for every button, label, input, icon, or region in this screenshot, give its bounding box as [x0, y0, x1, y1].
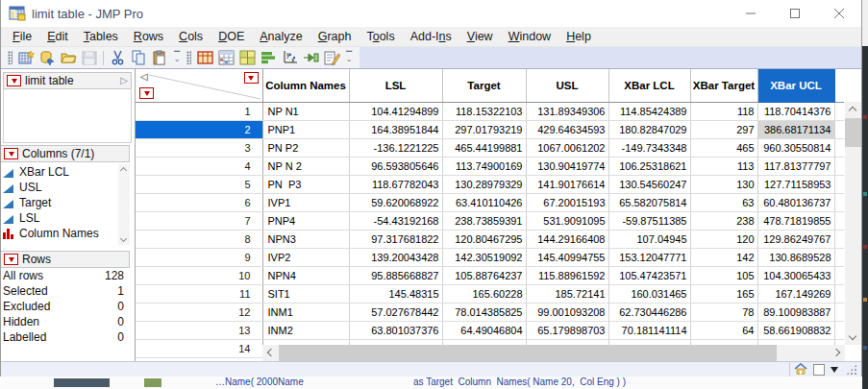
scroll-down-icon[interactable]	[849, 332, 856, 340]
cell-target[interactable]: 465.44199881	[442, 138, 526, 157]
row-number[interactable]: 14	[136, 339, 262, 357]
cell-xbar-ucl[interactable]: 478.71819855	[757, 211, 834, 230]
cell-xbar-ucl[interactable]: 960.30550814	[757, 138, 834, 157]
cell-lsl[interactable]: 95.885668827	[349, 266, 442, 284]
cell-target[interactable]: 238.73859391	[442, 211, 526, 230]
cell-xbar-lcl[interactable]: 62.730446286	[608, 303, 690, 321]
panel-expand-icon[interactable]: ▷	[120, 76, 128, 85]
cell-usl[interactable]: 145.40994755	[526, 248, 608, 266]
column-header-xbar-ucl[interactable]: XBar UCL	[757, 69, 834, 102]
cell-target[interactable]: 297.01793219	[442, 120, 526, 138]
horizontal-scrollbar[interactable]	[262, 345, 845, 361]
menu-item-edit[interactable]: Edit	[39, 28, 76, 45]
horizontal-scroll-thumb[interactable]	[279, 345, 777, 361]
cell-target[interactable]: 118.15322103	[442, 102, 526, 120]
row-number[interactable]: 8	[136, 230, 262, 248]
cell-xbar-ucl[interactable]: 104.30065433	[757, 266, 834, 284]
cell-xbar-lcl[interactable]: 105.47423571	[608, 266, 690, 284]
new-window-icon[interactable]	[237, 49, 257, 67]
open-file-icon[interactable]	[59, 49, 78, 67]
row-stat-hidden[interactable]: Hidden0	[1, 314, 130, 329]
cell-usl[interactable]: 130.90419774	[526, 157, 608, 175]
cell-xbar-target[interactable]: 113	[690, 157, 757, 175]
row-stat-selected[interactable]: Selected1	[1, 283, 130, 299]
rows-menu-icon[interactable]	[139, 87, 154, 99]
cell-xbar-lcl[interactable]: 180.82847029	[608, 120, 690, 138]
column-item-lsl[interactable]: LSL	[1, 210, 130, 226]
red-triangle-menu-icon[interactable]	[7, 75, 21, 86]
cell-xbar-target[interactable]: 165	[690, 284, 757, 303]
fit-y-by-x-icon[interactable]: yx	[280, 49, 299, 67]
paste-icon[interactable]	[150, 49, 169, 67]
menu-item-doe[interactable]: DOE	[211, 28, 252, 45]
row-number[interactable]: 11	[136, 284, 262, 303]
cell-xbar-target[interactable]: 120	[690, 230, 757, 248]
cell-target[interactable]: 142.30519092	[442, 248, 526, 266]
graph-builder-icon[interactable]	[259, 49, 278, 67]
cell-lsl[interactable]: 145.48315	[349, 284, 442, 303]
journal-icon[interactable]	[216, 49, 236, 67]
menu-item-file[interactable]: File	[5, 28, 39, 45]
row-stat-labelled[interactable]: Labelled0	[1, 329, 130, 345]
cell-xbar-ucl[interactable]: 118.70414376	[757, 102, 834, 120]
scroll-up-icon[interactable]	[849, 107, 856, 114]
cell-xbar-target[interactable]: 64	[690, 321, 757, 339]
cell-xbar-lcl[interactable]: 106.25318621	[608, 157, 690, 175]
cell-xbar-ucl[interactable]: 386.68171134	[757, 120, 834, 138]
cell-lsl[interactable]: 59.620068922	[349, 193, 442, 211]
cell-xbar-ucl[interactable]: 130.8689528	[757, 248, 834, 266]
cell-xbar-target[interactable]: 465	[690, 138, 757, 157]
cell-lsl[interactable]: 96.593805646	[349, 157, 442, 175]
cell-usl[interactable]: 185.72141	[526, 284, 608, 303]
scroll-left-icon[interactable]	[267, 349, 275, 356]
cell-column-names[interactable]: PNP4	[262, 211, 349, 230]
cell-usl[interactable]: 99.001093208	[526, 303, 608, 321]
row-number[interactable]: 1	[136, 102, 262, 120]
cell-xbar-lcl[interactable]: -149.7343348	[608, 138, 690, 157]
cell-usl[interactable]: 67.20015193	[526, 193, 608, 211]
row-number[interactable]: 7	[136, 211, 262, 230]
cell-target[interactable]: 113.74900169	[442, 157, 526, 175]
cell-column-names[interactable]: INM1	[262, 303, 349, 321]
cell-usl[interactable]: 531.9091095	[526, 211, 608, 230]
cell-lsl[interactable]: 164.38951844	[349, 120, 442, 138]
menu-item-help[interactable]: Help	[558, 28, 599, 45]
cell-target[interactable]: 105.88764237	[442, 266, 526, 284]
column-header-usl[interactable]: USL	[526, 69, 608, 102]
row-number[interactable]: 3	[136, 138, 262, 157]
close-button[interactable]	[817, 0, 861, 27]
cell-usl[interactable]: 429.64634593	[526, 120, 608, 138]
row-number[interactable]: 13	[136, 321, 262, 339]
cell-xbar-lcl[interactable]: 65.582075814	[608, 193, 690, 211]
cell-target[interactable]: 64.49046804	[442, 321, 526, 339]
menu-item-cols[interactable]: Cols	[171, 28, 211, 45]
cell-column-names[interactable]: IVP1	[262, 193, 349, 211]
cell-target[interactable]: 130.28979329	[442, 175, 526, 193]
resize-grip[interactable]	[846, 364, 857, 376]
scroll-right-icon[interactable]	[832, 349, 840, 356]
minimize-button[interactable]	[729, 0, 773, 27]
cell-column-names[interactable]: PN P3	[262, 175, 349, 193]
cell-lsl[interactable]: 104.41294899	[349, 102, 442, 120]
open-database-icon[interactable]	[37, 49, 57, 67]
cell-xbar-lcl[interactable]: 130.54560247	[608, 175, 690, 193]
status-dropdown-icon[interactable]	[831, 367, 838, 377]
collapse-sidebar-icon[interactable]: ◁	[140, 72, 148, 82]
column-header-lsl[interactable]: LSL	[349, 69, 442, 102]
cell-xbar-ucl[interactable]: 60.480136737	[757, 193, 834, 211]
row-stat-excluded[interactable]: Excluded0	[1, 299, 130, 314]
toolbar-grip[interactable]	[186, 51, 191, 64]
row-stat-all-rows[interactable]: All rows128	[1, 268, 130, 283]
cut-icon[interactable]	[108, 49, 127, 67]
cell-lsl[interactable]: 139.20043428	[349, 248, 442, 266]
vertical-scrollbar[interactable]	[845, 102, 861, 345]
cell-xbar-ucl[interactable]: 89.100983887	[757, 303, 834, 321]
cell-column-names[interactable]: NP N 2	[262, 157, 349, 175]
data-table-icon[interactable]	[195, 49, 214, 67]
menu-item-window[interactable]: Window	[501, 28, 558, 45]
script-editor-icon[interactable]	[322, 49, 341, 67]
cell-column-names[interactable]: PNP1	[262, 120, 349, 138]
cell-xbar-target[interactable]: 118	[690, 102, 757, 120]
menu-item-tables[interactable]: Tables	[76, 28, 126, 45]
column-header-xbar-lcl[interactable]: XBar LCL	[608, 69, 690, 102]
